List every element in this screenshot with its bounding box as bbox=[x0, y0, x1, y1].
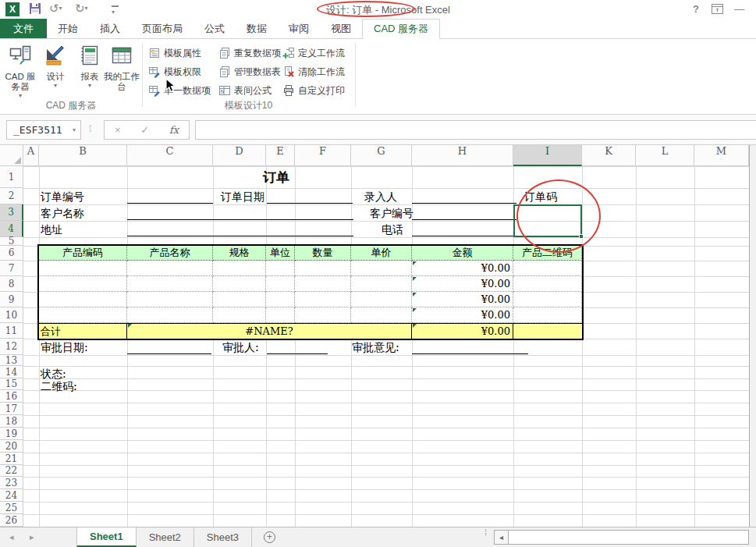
amount-cell[interactable]: ¥0.00 bbox=[412, 261, 513, 276]
redo-button[interactable]: ↻▾ bbox=[75, 2, 88, 16]
fill-handle[interactable] bbox=[579, 234, 584, 239]
row-header-18[interactable]: 18 bbox=[0, 415, 23, 428]
row-header-26[interactable]: 26 bbox=[0, 514, 23, 527]
field-order-no[interactable] bbox=[127, 203, 213, 204]
column-header-A[interactable]: A bbox=[23, 145, 39, 166]
table-cell[interactable] bbox=[213, 307, 266, 323]
save-icon[interactable] bbox=[29, 2, 41, 17]
row-header-23[interactable]: 23 bbox=[0, 477, 23, 489]
row-header-25[interactable]: 25 bbox=[0, 502, 23, 514]
tab-data[interactable]: 数据 bbox=[236, 19, 278, 38]
column-header-H[interactable]: H bbox=[412, 145, 513, 166]
column-header-E[interactable]: E bbox=[266, 145, 295, 166]
table-cell[interactable] bbox=[39, 276, 127, 292]
row-header-20[interactable]: 20 bbox=[0, 440, 23, 453]
sheet-nav-prev-icon[interactable]: ◂ bbox=[9, 532, 14, 542]
sheet-nav-next-icon[interactable]: ▸ bbox=[30, 532, 34, 542]
sheet-tab-sheet3[interactable]: Sheet3 bbox=[194, 527, 252, 547]
tab-review[interactable]: 审阅 bbox=[278, 19, 320, 38]
table-cell[interactable] bbox=[213, 292, 266, 307]
row-header-22[interactable]: 22 bbox=[0, 465, 23, 477]
ribbon-display-options-button[interactable] bbox=[712, 4, 723, 16]
insert-function-icon[interactable]: fx bbox=[169, 124, 179, 136]
column-header-L[interactable]: L bbox=[636, 145, 694, 166]
amount-cell[interactable]: ¥0.00 bbox=[412, 276, 513, 292]
row-header-10[interactable]: 10 bbox=[0, 307, 23, 323]
table-cell[interactable] bbox=[351, 292, 412, 307]
redo-dropdown-icon[interactable]: ▾ bbox=[85, 5, 88, 12]
name-box-dropdown-icon[interactable]: ▾ bbox=[73, 121, 76, 139]
column-header-M[interactable]: M bbox=[694, 145, 749, 166]
total-label-cell[interactable]: 合计 bbox=[39, 323, 127, 339]
minimize-button[interactable]: — bbox=[734, 3, 744, 15]
amount-cell[interactable]: ¥0.00 bbox=[412, 307, 513, 323]
ribbon-button-manage-data-tables[interactable]: 管理数据表 bbox=[218, 64, 281, 80]
column-header-F[interactable]: F bbox=[295, 145, 351, 166]
table-cell[interactable] bbox=[295, 276, 351, 292]
table-cell[interactable] bbox=[127, 261, 213, 276]
total-name-error-cell[interactable]: #NAME? bbox=[127, 323, 412, 339]
row-header-2[interactable]: 2 bbox=[0, 188, 23, 204]
column-header-B[interactable]: B bbox=[39, 145, 127, 166]
row-header-16[interactable]: 16 bbox=[0, 390, 23, 403]
row-header-17[interactable]: 17 bbox=[0, 403, 23, 415]
table-cell[interactable] bbox=[266, 307, 295, 323]
row-header-11[interactable]: 11 bbox=[0, 323, 23, 339]
row-header-15[interactable]: 15 bbox=[0, 378, 23, 390]
row-header-6[interactable]: 6 bbox=[0, 246, 23, 261]
table-header-cell[interactable]: 产品名称 bbox=[127, 246, 213, 261]
table-cell[interactable] bbox=[513, 292, 582, 307]
ribbon-button-define-workflow[interactable]: 定义工作流 bbox=[282, 45, 345, 61]
table-cell[interactable] bbox=[295, 261, 351, 276]
ribbon-button-template-properties[interactable]: 模板属性 bbox=[148, 45, 201, 61]
ribbon-button-cad-server[interactable]: CAD 服务器▾ bbox=[2, 41, 38, 98]
table-cell[interactable] bbox=[295, 307, 351, 323]
table-cell[interactable] bbox=[39, 307, 127, 323]
name-box[interactable]: _ESF3511▾ bbox=[6, 120, 81, 140]
field-phone[interactable] bbox=[412, 236, 516, 236]
table-cell[interactable] bbox=[127, 292, 213, 307]
formula-input[interactable] bbox=[195, 120, 756, 140]
ribbon-button-intertable-formula[interactable]: fx表间公式 bbox=[218, 83, 272, 98]
ribbon-button-report[interactable]: 报表▾ bbox=[72, 41, 108, 98]
column-header-D[interactable]: D bbox=[213, 145, 266, 166]
field-entered-by[interactable] bbox=[412, 203, 516, 204]
field-order-date[interactable] bbox=[267, 203, 353, 204]
table-cell[interactable] bbox=[351, 276, 412, 292]
field-address[interactable] bbox=[127, 236, 353, 236]
table-cell[interactable] bbox=[266, 292, 295, 307]
name-box-resize-handle[interactable]: ⁞ bbox=[89, 123, 91, 134]
table-cell[interactable] bbox=[266, 261, 295, 276]
row-header-4[interactable]: 4 bbox=[0, 221, 23, 237]
table-header-cell[interactable]: 产品编码 bbox=[39, 246, 127, 261]
table-cell[interactable] bbox=[351, 307, 412, 323]
vertical-scrollbar[interactable] bbox=[749, 145, 756, 527]
ribbon-button-repeat-data-items[interactable]: 重复数据项 bbox=[218, 45, 281, 61]
table-cell[interactable] bbox=[513, 261, 582, 276]
scroll-left-icon[interactable]: ◂ bbox=[495, 531, 509, 544]
field-customer-no[interactable] bbox=[412, 219, 516, 220]
customize-qat-button[interactable]: ▾ bbox=[112, 0, 119, 18]
tab-home[interactable]: 开始 bbox=[47, 19, 89, 38]
row-header-19[interactable]: 19 bbox=[0, 428, 23, 440]
help-button[interactable]: ? bbox=[693, 3, 699, 15]
table-cell[interactable] bbox=[295, 292, 351, 307]
amount-cell[interactable]: ¥0.00 bbox=[412, 292, 513, 307]
row-header-5[interactable]: 5 bbox=[0, 237, 23, 246]
field-approval-date[interactable] bbox=[127, 353, 211, 354]
field-approval-opinion[interactable] bbox=[412, 353, 528, 354]
field-customer-name[interactable] bbox=[127, 219, 353, 220]
table-header-cell[interactable]: 数量 bbox=[295, 246, 351, 261]
row-header-8[interactable]: 8 bbox=[0, 276, 23, 292]
new-sheet-button[interactable]: + bbox=[264, 531, 275, 543]
column-header-K[interactable]: K bbox=[582, 145, 636, 166]
horizontal-scrollbar[interactable]: ◂ bbox=[494, 530, 749, 545]
table-header-cell[interactable]: 产品二维码 bbox=[513, 246, 582, 261]
tabbar-resize-handle[interactable]: ⁞ bbox=[484, 531, 487, 535]
table-cell[interactable] bbox=[39, 261, 127, 276]
table-cell[interactable] bbox=[513, 276, 582, 292]
table-cell[interactable] bbox=[513, 307, 582, 323]
cancel-icon[interactable]: × bbox=[115, 124, 121, 136]
table-cell[interactable] bbox=[213, 276, 266, 292]
row-header-24[interactable]: 24 bbox=[0, 489, 23, 502]
